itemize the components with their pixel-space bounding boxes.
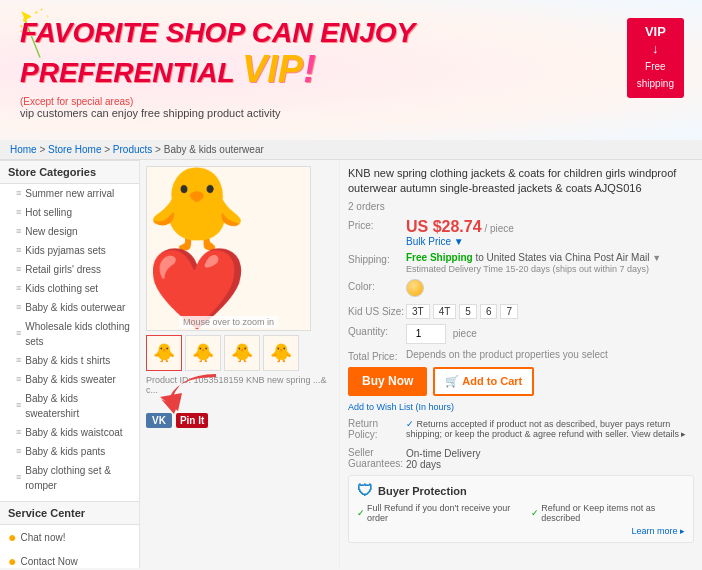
product-detail: KNB new spring clothing jackets & coats … — [340, 160, 702, 568]
size-row: Kid US Size: 3T 4T 5 6 7 — [348, 304, 694, 319]
sidebar-item-girls-dress[interactable]: Retail girls' dress — [0, 260, 139, 279]
sidebar-item-wholesale[interactable]: Wholesale kids clothing sets — [0, 317, 139, 351]
seller-on-time: On-time Delivery 20 days — [406, 448, 480, 470]
add-wishlist-link[interactable]: Add to Wish List (In hours) — [348, 402, 454, 412]
zoom-hint: Mouse over to zoom in — [179, 316, 278, 328]
sidebar-chat[interactable]: ● Chat now! — [0, 525, 139, 549]
return-policy-text: ✓ Returns accepted if product not as des… — [406, 419, 694, 439]
size-options: 3T 4T 5 6 7 — [406, 304, 694, 319]
shipping-note: Estimated Delivery Time 15-20 days (ship… — [406, 264, 694, 274]
thumbnail-1[interactable]: 🐥 — [146, 335, 182, 371]
buyer-protection: 🛡 Buyer Protection ✓ Full Refund if you … — [348, 475, 694, 543]
bp-full-refund: ✓ Full Refund if you don't receive your … — [357, 503, 521, 523]
product-title: KNB new spring clothing jackets & coats … — [348, 166, 694, 197]
size-4t[interactable]: 4T — [433, 304, 457, 319]
size-6[interactable]: 6 — [480, 304, 498, 319]
product-left: 🐥❤️ Mouse over to zoom in 🐥 🐥 🐥 🐥 Produc… — [140, 160, 340, 568]
add-to-cart-button[interactable]: 🛒 Add to Cart — [433, 367, 534, 396]
size-7[interactable]: 7 — [500, 304, 518, 319]
product-main-image: 🐥❤️ Mouse over to zoom in — [146, 166, 311, 331]
banner: ✦ ✦ ✦ ✦ FAVORITE SHOP CAN ENJOY PREFEREN… — [0, 0, 702, 140]
price-unit: / piece — [484, 223, 513, 234]
sidebar-item-sweatershirt[interactable]: Baby & kids sweatershirt — [0, 389, 139, 423]
color-row: Color: — [348, 279, 694, 299]
total-price-row: Total Price: Depends on the product prop… — [348, 349, 694, 362]
return-icon: ✓ — [406, 419, 414, 429]
sidebar-contact[interactable]: ● Contact Now — [0, 549, 139, 568]
breadcrumb-products[interactable]: Products — [113, 144, 152, 155]
shipping-to: to United States via China Post Air Mail — [475, 252, 649, 263]
sidebar: Store Categories Summer new arrival Hot … — [0, 160, 140, 568]
social-share: VK Pin It — [146, 413, 333, 428]
product-area: 🐥❤️ Mouse over to zoom in 🐥 🐥 🐥 🐥 Produc… — [140, 160, 702, 568]
shipping-row: Shipping: Free Shipping to United States… — [348, 252, 694, 274]
price-row: Price: US $28.74 / piece Bulk Price ▼ — [348, 218, 694, 247]
action-buttons: Buy Now 🛒 Add to Cart — [348, 367, 694, 396]
contact-icon: ● — [8, 553, 16, 568]
sidebar-item-outerwear[interactable]: Baby & kids outerwear — [0, 298, 139, 317]
shipping-select-icon[interactable]: ▼ — [652, 253, 661, 263]
seller-guarantees-row: Seller Guarantees: On-time Delivery 20 d… — [348, 445, 694, 470]
price-value: US $28.74 — [406, 218, 482, 235]
sidebar-service-title: Service Center — [0, 501, 139, 525]
check-icon-2: ✓ — [531, 508, 539, 518]
size-3t[interactable]: 3T — [406, 304, 430, 319]
seller-section: On-time Delivery 20 days — [406, 448, 694, 470]
thumbnail-3[interactable]: 🐥 — [224, 335, 260, 371]
sidebar-categories-title: Store Categories — [0, 160, 139, 184]
total-price-value: Depends on the product properties you se… — [406, 349, 694, 360]
sidebar-item-summer[interactable]: Summer new arrival — [0, 184, 139, 203]
size-5[interactable]: 5 — [459, 304, 477, 319]
shipping-free: Free Shipping — [406, 252, 473, 263]
product-emoji: 🐥❤️ — [147, 169, 310, 329]
sidebar-item-sweater[interactable]: Baby & kids sweater — [0, 370, 139, 389]
svg-marker-10 — [160, 393, 182, 411]
thumbnail-2[interactable]: 🐥 — [185, 335, 221, 371]
buy-now-button[interactable]: Buy Now — [348, 367, 427, 396]
pinterest-button[interactable]: Pin It — [176, 413, 208, 428]
product-id: Product ID: 1053518159 KNB new spring ..… — [146, 375, 333, 395]
color-swatch[interactable] — [406, 279, 424, 297]
quantity-input[interactable] — [406, 324, 446, 344]
return-policy-row: Return Policy: ✓ Returns accepted if pro… — [348, 416, 694, 440]
banner-title: FAVORITE SHOP CAN ENJOY PREFERENTIAL VIP… — [20, 18, 415, 91]
orders-count: 2 orders — [348, 201, 694, 212]
sidebar-item-romper[interactable]: Baby clothing set & romper — [0, 461, 139, 495]
sidebar-item-new-design[interactable]: New design — [0, 222, 139, 241]
breadcrumb: Home > Store Home > Products > Baby & ki… — [0, 140, 702, 160]
vip-badge: VIP ↓ Free shipping — [627, 18, 684, 98]
sidebar-item-pyjamas[interactable]: Kids pyjamas sets — [0, 241, 139, 260]
sidebar-item-tshirts[interactable]: Baby & kids t shirts — [0, 351, 139, 370]
breadcrumb-home[interactable]: Home — [10, 144, 37, 155]
thumbnail-4[interactable]: 🐥 — [263, 335, 299, 371]
vk-button[interactable]: VK — [146, 413, 172, 428]
bp-learn-more[interactable]: Learn more ▸ — [357, 526, 685, 536]
cart-icon: 🛒 — [445, 375, 459, 388]
banner-subtitle: (Except for special areas) vip customers… — [20, 95, 280, 119]
product-thumbnails: 🐥 🐥 🐥 🐥 — [146, 335, 333, 371]
bp-items: ✓ Full Refund if you don't receive your … — [357, 503, 685, 523]
check-icon-1: ✓ — [357, 508, 365, 518]
shield-icon: 🛡 — [357, 482, 373, 500]
sidebar-item-pants[interactable]: Baby & kids pants — [0, 442, 139, 461]
breadcrumb-current: Baby & kids outerwear — [164, 144, 264, 155]
sidebar-item-hot[interactable]: Hot selling — [0, 203, 139, 222]
buyer-protection-title: 🛡 Buyer Protection — [357, 482, 685, 500]
breadcrumb-store-home[interactable]: Store Home — [48, 144, 101, 155]
bulk-price-link[interactable]: Bulk Price ▼ — [406, 236, 464, 247]
sidebar-item-waistcoat[interactable]: Baby & kids waistcoat — [0, 423, 139, 442]
quantity-row: Quantity: piece — [348, 324, 694, 344]
sidebar-item-clothing-set[interactable]: Kids clothing set — [0, 279, 139, 298]
main-layout: Store Categories Summer new arrival Hot … — [0, 160, 702, 568]
quantity-unit: piece — [453, 328, 477, 339]
bp-refund-keep: ✓ Refund or Keep items not as described — [531, 503, 685, 523]
chat-icon: ● — [8, 529, 16, 545]
